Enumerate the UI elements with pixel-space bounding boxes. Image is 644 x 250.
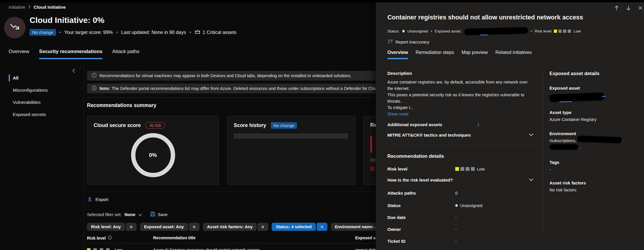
critical-bar [370,136,372,153]
attack-paths-value: 0 [455,191,458,195]
tab-overview[interactable]: Overview [9,49,29,59]
ticket-id-label: Ticket ID [387,239,455,244]
download-icon [87,196,92,203]
redacted-environment-2 [549,144,578,150]
close-icon[interactable] [189,223,199,231]
filter-chip-asset-risk-factors[interactable]: Asset risk factors: Any [203,223,268,231]
exposed-asset-details-panel: Exposed asset details Exposed asset Asse… [549,71,641,192]
divider [387,145,536,145]
score-history-title: Score history [234,122,266,128]
risk-square [460,167,464,171]
report-inaccuracy-label: Report inaccuracy [396,40,429,44]
recommendation-details-heading: Recommendation details [387,153,537,159]
risk-level-squares [554,30,571,33]
active-indicator [9,99,10,106]
separator-dot [116,32,118,33]
flyout-tabs: Overview Remediation steps Map preview R… [387,50,532,59]
breadcrumb-initiative[interactable]: Initiative [9,5,25,10]
risk-level-label: Risk level [535,29,552,33]
asset-type-value: Azure Container Registry [549,117,641,122]
report-inaccuracy-button[interactable]: Report inaccuracy [387,39,429,45]
active-indicator [9,75,10,81]
risk-square-yellow [87,248,90,250]
show-more-link[interactable]: Show more [387,112,537,116]
sidebar-item-all[interactable]: All [9,72,78,84]
header-meta: No change Your target score: 99% Last up… [30,29,236,36]
chevron-down-icon[interactable] [138,212,142,217]
additional-exposed-assets-value[interactable]: 1 [477,122,480,127]
save-filter-set-button[interactable]: Save [150,211,168,218]
asset-details-heading: Exposed asset details [549,71,641,76]
flyout-column-divider [543,71,543,233]
description-line2: This poses a potential security risk as … [387,92,532,104]
row-risk-level: Low [115,248,122,250]
flyout-tab-overview[interactable]: Overview [387,50,408,59]
close-icon[interactable] [317,223,327,231]
filter-set-value[interactable]: None [124,212,135,217]
due-date-label: Due date [387,215,455,220]
how-evaluated-expander[interactable]: How is the risk level evaluated? [387,177,534,182]
sidebar-item-misconfigurations[interactable]: Misconfigurations [9,84,78,96]
exposed-asset-label: Exposed asset: [435,29,461,33]
note-prefix: Note: [99,86,110,91]
tab-security-recommendations[interactable]: Security recommendations [39,49,102,59]
detail-status-label: Status [387,203,455,208]
filter-chip-risk-level[interactable]: Risk level: Any [87,223,137,231]
close-icon[interactable] [257,223,268,231]
flyout-tab-related-initiatives[interactable]: Related initiatives [495,50,531,59]
chip-label[interactable]: Exposed asset: Any [140,223,188,231]
asset-risk-factors-label: Asset risk factors [549,180,641,185]
page-title: Cloud Initiative: 0% [30,16,104,25]
arrow-up-icon[interactable] [614,5,619,12]
flyout-main-column: Description Azure container registries a… [387,71,537,244]
status-dot-icon [455,204,458,207]
environment-fragment-2: .. [578,145,581,149]
flyout-nav-icons [614,5,643,12]
status-dot-icon [402,30,405,32]
asset-exposed-asset-label: Exposed asset [549,86,641,90]
risk-square [471,167,475,171]
risk-square-yellow [554,30,557,33]
breadcrumb: Initiative Cloud Initiative [9,5,66,10]
filter-chip-exposed-asset[interactable]: Exposed asset: Any [140,223,199,231]
close-icon[interactable] [126,223,137,231]
last-updated: Last updated: None in 90 days [121,30,186,35]
risk-square [563,30,566,33]
separator-dot [531,30,532,32]
row-recommendation-title[interactable]: Azure AI Services resources should restr… [153,248,355,250]
col-recommendation-title[interactable]: Recommendation title [153,235,355,240]
chip-label[interactable]: Asset risk factors: Any [203,223,257,231]
risk-square [568,30,571,33]
active-indicator [9,87,10,94]
tab-attack-paths[interactable]: Attack paths [112,49,139,59]
banner-text: Recommendations for virtual machines may… [99,73,351,78]
flyout-tab-map-preview[interactable]: Map preview [462,50,488,59]
flyout-title: Container registries should not allow un… [387,14,611,21]
description-line1: Azure container registries are, by defau… [387,79,532,92]
redacted-exposed-asset [464,27,528,35]
filter-chip-status[interactable]: Status: 4 selected [272,223,327,231]
chevron-down-icon [529,132,534,137]
person-flag-icon [387,39,393,45]
col-risk-level[interactable]: Risk level [87,236,106,240]
trending-down-icon [9,23,20,32]
arrow-down-icon[interactable] [626,5,631,12]
sidebar-item-label: All [13,75,19,81]
secure-score-donut: 0% [131,133,175,177]
close-icon[interactable] [638,6,643,12]
sidebar-divider [84,64,84,250]
chip-label[interactable]: Risk level: Any [87,223,125,231]
sidebar-item-vulnerabilities[interactable]: Vulnerabilities [9,96,78,108]
flyout-tab-remediation-steps[interactable]: Remediation steps [416,50,454,59]
sidebar-item-label: Vulnerabilities [13,100,41,105]
sidebar-item-exposed-secrets[interactable]: Exposed secrets [9,108,78,121]
environment-value: /subscriptions, [549,138,576,143]
status-value: Unassigned [407,29,428,33]
chip-label[interactable]: Status: 4 selected [272,223,315,231]
risk-square [100,248,103,250]
recommendation-flyout: Container registries should not allow un… [376,0,644,250]
detail-risk-level-value: Low [455,167,485,171]
secure-score-value: 0% [149,152,157,158]
mitre-expander[interactable]: MITRE ATT&CK® tactics and techniques [387,132,534,137]
critical-assets-label: 1 Critical assets [203,30,236,35]
